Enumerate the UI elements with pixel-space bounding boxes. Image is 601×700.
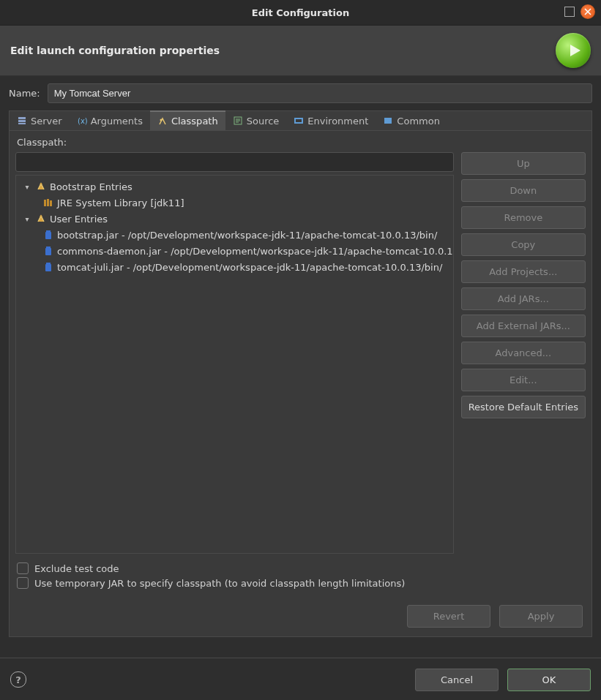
classpath-tree[interactable]: ▾ Bootstrap Entries JRE System Library [… [15, 175, 454, 554]
revert-button[interactable]: Revert [407, 605, 490, 628]
svg-rect-0 [18, 117, 26, 119]
library-icon [42, 197, 54, 208]
server-icon [17, 116, 27, 126]
svg-rect-10 [47, 199, 49, 206]
svg-rect-16 [45, 250, 51, 252]
tab-arguments[interactable]: (x) Arguments [70, 111, 150, 130]
category-icon [35, 213, 47, 225]
dialog-header: Edit launch configuration properties [0, 26, 601, 76]
tab-server[interactable]: Server [10, 111, 70, 130]
tabbar: Server (x) Arguments Classpath Source En… [9, 110, 592, 130]
svg-rect-9 [44, 200, 46, 206]
collapse-icon[interactable]: ▾ [22, 215, 32, 223]
name-input[interactable] [48, 83, 592, 103]
tree-label: commons-daemon.jar - /opt/Development/wo… [57, 246, 453, 257]
restore-default-button[interactable]: Restore Default Entries [461, 396, 586, 418]
temp-jar-checkbox[interactable] [17, 577, 29, 589]
header-text: Edit launch configuration properties [10, 45, 220, 56]
copy-button[interactable]: Copy [461, 233, 586, 256]
down-button[interactable]: Down [461, 179, 586, 202]
svg-text:(x): (x) [78, 117, 87, 125]
remove-button[interactable]: Remove [461, 206, 586, 229]
svg-rect-11 [50, 200, 52, 206]
checkbox-label: Use temporary JAR to specify classpath (… [34, 578, 405, 589]
apply-button[interactable]: Apply [499, 605, 583, 628]
tab-environment[interactable]: Environment [286, 111, 376, 130]
svg-rect-7 [296, 119, 302, 122]
ok-button[interactable]: OK [507, 669, 591, 691]
tab-label: Classpath [171, 116, 218, 127]
titlebar: Edit Configuration [0, 0, 601, 26]
tab-source[interactable]: Source [225, 111, 287, 130]
tree-label: Bootstrap Entries [50, 181, 132, 192]
jar-icon [42, 261, 54, 273]
environment-icon [294, 116, 304, 126]
svg-rect-14 [46, 230, 51, 232]
source-icon [233, 116, 243, 126]
exclude-test-checkbox[interactable] [17, 562, 29, 574]
advanced-button[interactable]: Advanced... [461, 342, 586, 364]
classpath-filter-input[interactable] [15, 152, 454, 172]
maximize-icon[interactable] [564, 7, 575, 17]
tree-label: User Entries [50, 214, 108, 225]
add-projects-button[interactable]: Add Projects... [461, 260, 586, 283]
tab-label: Server [31, 116, 62, 127]
edit-button[interactable]: Edit... [461, 369, 586, 391]
tree-node-jar[interactable]: bootstrap.jar - /opt/Development/workspa… [16, 227, 453, 243]
up-button[interactable]: Up [461, 152, 586, 175]
checkbox-label: Exclude test code [34, 563, 119, 574]
help-icon[interactable]: ? [10, 671, 26, 688]
jar-icon [42, 245, 54, 257]
arguments-icon: (x) [77, 116, 87, 126]
tab-label: Environment [307, 116, 368, 127]
category-icon [35, 181, 47, 192]
cancel-button[interactable]: Cancel [415, 669, 499, 691]
add-external-jars-button[interactable]: Add External JARs... [461, 315, 586, 337]
window-title: Edit Configuration [252, 7, 349, 18]
tree-node-bootstrap[interactable]: ▾ Bootstrap Entries [16, 178, 453, 195]
run-icon [556, 33, 591, 68]
classpath-icon [157, 116, 168, 127]
classpath-label: Classpath: [17, 137, 67, 148]
tree-label: tomcat-juli.jar - /opt/Development/works… [57, 262, 442, 273]
tree-node-user[interactable]: ▾ User Entries [16, 211, 453, 227]
close-icon[interactable] [581, 4, 595, 19]
svg-rect-2 [18, 123, 26, 124]
tab-label: Common [397, 116, 440, 127]
svg-rect-8 [384, 118, 392, 124]
name-label: Name: [9, 88, 40, 99]
svg-rect-19 [45, 266, 51, 268]
tree-node-jar[interactable]: commons-daemon.jar - /opt/Development/wo… [16, 243, 453, 259]
svg-rect-20 [46, 263, 51, 264]
svg-point-4 [160, 118, 162, 121]
collapse-icon[interactable]: ▾ [22, 183, 32, 191]
svg-rect-1 [18, 120, 26, 122]
tab-common[interactable]: Common [376, 111, 447, 130]
svg-rect-17 [46, 246, 51, 248]
tab-content-classpath: Classpath: ▾ Bootstrap Entries [9, 130, 592, 637]
tree-label: bootstrap.jar - /opt/Development/workspa… [57, 230, 437, 241]
tree-node-jre[interactable]: JRE System Library [jdk11] [16, 195, 453, 211]
add-jars-button[interactable]: Add JARs... [461, 287, 586, 310]
tab-label: Source [247, 116, 280, 127]
common-icon [383, 116, 393, 126]
jar-icon [42, 229, 54, 241]
tree-node-jar[interactable]: tomcat-juli.jar - /opt/Development/works… [16, 259, 453, 275]
tab-classpath[interactable]: Classpath [150, 110, 225, 130]
tree-label: JRE System Library [jdk11] [57, 197, 184, 208]
svg-rect-13 [45, 234, 51, 236]
tab-label: Arguments [91, 116, 143, 127]
